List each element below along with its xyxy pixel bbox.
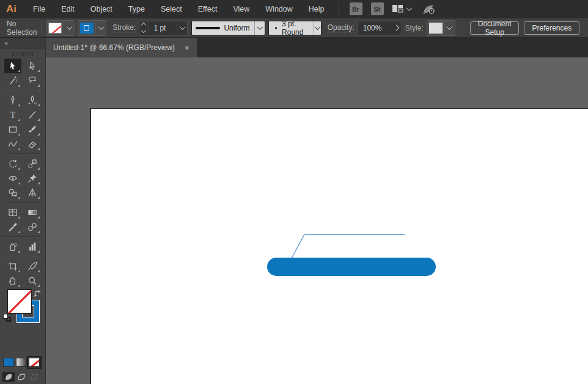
artboard-tool-tool[interactable] [4, 259, 21, 274]
stroke-weight-field[interactable]: 1 pt [139, 21, 188, 35]
gradient-tool[interactable] [24, 205, 41, 220]
perspective-grid-tool[interactable] [24, 186, 41, 200]
document-tab[interactable]: Untitled-1* @ 66.67% (RGB/Preview) × [46, 38, 197, 57]
gpu-performance-button[interactable] [422, 4, 436, 15]
divider [41, 21, 42, 35]
lasso-icon [28, 76, 37, 85]
column-graph-icon [28, 242, 37, 252]
slice-tool[interactable] [24, 259, 41, 274]
eyedropper-tool[interactable] [4, 220, 21, 234]
direct-selection-tool[interactable] [24, 59, 41, 73]
stroke-color-dropdown[interactable] [78, 20, 106, 36]
document-tab-title: Untitled-1* @ 66.67% (RGB/Preview) [53, 43, 175, 52]
curvature-tool[interactable] [24, 93, 41, 107]
hand-tool[interactable] [4, 274, 21, 288]
blend-tool[interactable] [24, 220, 41, 234]
draw-behind-button[interactable] [15, 372, 28, 382]
line-segment-tool[interactable] [24, 107, 41, 122]
column-graph-tool[interactable] [24, 239, 41, 254]
menu-item-edit[interactable]: Edit [53, 0, 83, 18]
chevron-down-icon[interactable] [64, 21, 74, 35]
scale-tool[interactable] [24, 156, 41, 171]
lasso-tool[interactable] [24, 73, 41, 88]
fill-color-dropdown[interactable] [46, 20, 75, 36]
menu-item-type[interactable]: Type [120, 0, 153, 18]
menu-item-file[interactable]: File [25, 0, 53, 18]
shaper-tool[interactable] [4, 137, 21, 151]
step-up-icon[interactable] [141, 23, 146, 27]
menu-item-view[interactable]: View [225, 0, 257, 18]
step-down-icon[interactable] [141, 28, 146, 33]
none-button[interactable] [29, 358, 40, 367]
rotate-tool[interactable] [4, 156, 21, 171]
paintbrush-tool[interactable] [24, 122, 41, 137]
stroke-weight-stepper[interactable] [139, 23, 149, 32]
shape-builder-tool[interactable] [4, 186, 21, 200]
gradient-button[interactable] [16, 358, 27, 367]
rounded-rectangle-shape[interactable] [267, 258, 436, 276]
chevron-down-icon[interactable] [254, 21, 265, 35]
default-fill-stroke-icon[interactable] [3, 314, 11, 322]
menu-item-help[interactable]: Help [301, 0, 333, 18]
pen-tool[interactable] [4, 93, 21, 107]
menu-item-window[interactable]: Window [257, 0, 300, 18]
opacity-field[interactable]: 100% [358, 21, 402, 35]
chevron-down-icon[interactable] [177, 21, 187, 35]
document-canvas[interactable] [46, 57, 588, 384]
workspace-switcher[interactable] [392, 4, 411, 13]
style-label: Style: [405, 24, 424, 32]
artboard-tool-icon [8, 261, 18, 271]
selection-tool[interactable] [4, 59, 21, 73]
magic-wand-tool[interactable] [4, 73, 21, 88]
chevron-down-icon [406, 5, 412, 11]
stroke-swatch-blue[interactable] [80, 23, 94, 34]
draw-inside-button [28, 372, 40, 382]
collapse-panel-button[interactable]: « [0, 38, 45, 49]
chevron-down-icon[interactable] [444, 21, 455, 35]
eraser-tool[interactable] [24, 137, 41, 151]
line-segment-icon [28, 110, 37, 120]
symbol-sprayer-tool[interactable] [4, 239, 21, 254]
brush-definition-dropdown[interactable]: 3 pt. Round [268, 21, 321, 35]
path-line-segment[interactable] [292, 234, 405, 258]
eyedropper-icon [8, 222, 18, 232]
puppet-warp-tool[interactable] [24, 171, 41, 186]
curvature-icon [28, 95, 37, 105]
type-tool[interactable]: T [4, 107, 21, 122]
swap-fill-stroke-icon[interactable] [33, 289, 43, 302]
rotate-icon [8, 159, 18, 168]
variable-width-profile-dropdown[interactable]: Uniform [191, 21, 265, 35]
opacity-value[interactable]: 100% [358, 24, 391, 32]
stroke-weight-value[interactable]: 1 pt [149, 24, 177, 32]
stroke-label[interactable]: Stroke: [112, 23, 136, 32]
panel-grip[interactable] [12, 52, 33, 56]
tool-group-divider [4, 153, 42, 154]
close-tab-icon[interactable]: × [185, 43, 189, 53]
stock-button[interactable]: St [371, 2, 384, 15]
tool-group-divider [4, 90, 42, 91]
style-swatch[interactable] [429, 23, 443, 34]
shape-builder-icon [8, 188, 18, 198]
menu-item-select[interactable]: Select [153, 0, 190, 18]
chevron-down-icon[interactable] [314, 21, 321, 35]
draw-normal-button[interactable] [2, 372, 15, 382]
color-type-buttons [0, 357, 45, 368]
document-setup-button[interactable]: Document Setup [470, 21, 520, 35]
width-tool[interactable] [4, 171, 21, 186]
fill-proxy-none[interactable] [7, 289, 32, 314]
opacity-label[interactable]: Opacity: [328, 23, 355, 32]
menu-item-effect[interactable]: Effect [190, 0, 226, 18]
zoom-tool[interactable] [24, 274, 41, 288]
preferences-button[interactable]: Preferences [524, 21, 579, 35]
fill-swatch-none[interactable] [48, 23, 62, 34]
artwork-layer [46, 57, 588, 384]
arrow-right-icon[interactable] [393, 25, 399, 31]
bridge-button[interactable]: Br [350, 2, 362, 15]
color-button[interactable] [3, 358, 14, 367]
chevron-down-icon[interactable] [95, 21, 106, 35]
style-dropdown[interactable] [427, 20, 455, 36]
rectangle-tool[interactable] [4, 122, 21, 137]
mesh-tool[interactable] [4, 205, 21, 220]
magic-wand-icon [8, 76, 18, 85]
menu-item-object[interactable]: Object [83, 0, 120, 18]
